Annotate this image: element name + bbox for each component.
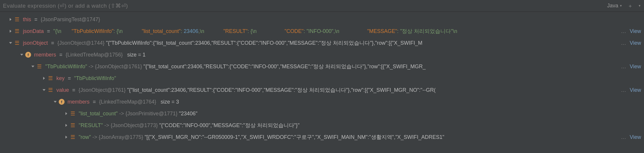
var-name: members (68, 99, 90, 105)
tree-row-jsondata[interactable]: ☰ jsonData = "{\n "TbPublicWifiInfo": {\… (0, 25, 644, 37)
view-link[interactable]: View (628, 64, 644, 70)
expand-arrow-icon[interactable] (63, 124, 70, 127)
view-link[interactable]: View (628, 28, 644, 34)
var-value: "[{"X_SWIFI_MGR_NO":"--GR050009-1","X_SW… (145, 134, 444, 140)
equals: = (47, 28, 50, 34)
equals: = (51, 40, 54, 46)
collapse-arrow-icon[interactable] (18, 53, 25, 56)
expand-arrow-icon[interactable] (7, 29, 14, 33)
expand-arrow-icon[interactable] (63, 135, 70, 139)
var-value: "{"TbPublicWifiInfo":{"list_total_count"… (106, 40, 422, 46)
var-value: "{"list_total_count":23406,"RESULT":{"CO… (127, 87, 436, 93)
struct-icon: ☰ (48, 87, 53, 93)
var-type: {JsonParsingTest@1747} (41, 16, 100, 22)
collapse-arrow-icon[interactable] (52, 100, 59, 104)
equals: = (68, 75, 71, 81)
truncation-ellipsis: … (621, 28, 628, 34)
var-name: value (56, 87, 69, 93)
language-selector[interactable]: Java ▼ (607, 3, 622, 9)
equals: = (59, 52, 63, 58)
field-icon: f (59, 99, 65, 105)
struct-icon: ☰ (48, 75, 53, 81)
struct-icon: ☰ (14, 28, 20, 34)
tree-row-map-entry[interactable]: ☰ "TbPublicWifiInfo" -> {JsonObject@1761… (0, 61, 644, 72)
var-name: key (56, 75, 65, 81)
tree-row-members[interactable]: f members = {LinkedTreeMap@1756} size = … (0, 49, 644, 61)
chevron-down-icon: ▼ (619, 4, 622, 7)
field-icon: f (25, 52, 31, 58)
collapse-arrow-icon[interactable] (29, 65, 36, 68)
tree-row-value[interactable]: ☰ value = {JsonObject@1761} "{"list_tota… (0, 84, 644, 96)
view-link[interactable]: View (628, 87, 644, 93)
map-key: "list_total_count" (79, 111, 118, 117)
var-name: members (34, 52, 56, 58)
var-type: {JsonObject@1744} (58, 40, 104, 46)
struct-icon: ☰ (36, 64, 42, 69)
struct-icon: ☰ (70, 122, 76, 128)
struct-icon: ☰ (14, 16, 20, 22)
var-type: {LinkedTreeMap@1764} (99, 99, 156, 105)
var-size: size = 3 (158, 99, 179, 105)
tree-row-this[interactable]: ☰ this = {JsonParsingTest@1747} (0, 14, 644, 25)
map-key: "row" (79, 134, 91, 140)
var-size: size = 1 (124, 52, 146, 58)
map-key: "RESULT" (79, 122, 103, 128)
var-type: {JsonObject@1761} (79, 87, 126, 93)
truncation-ellipsis: … (621, 40, 628, 46)
expand-arrow-icon[interactable] (63, 112, 70, 115)
var-type: {JsonPrimitive@1771} (125, 111, 177, 117)
var-value: "{"CODE":"INFO-000","MESSAGE":"정상 처리되었습니… (159, 122, 299, 128)
expand-arrow-icon[interactable] (7, 18, 14, 21)
var-name: jsonData (23, 28, 44, 34)
var-name: this (23, 16, 31, 22)
eval-expression-input[interactable]: Evaluate expression (⏎) or add a watch (… (3, 2, 607, 9)
tree-row-jsonobject[interactable]: ☰ jsonObject = {JsonObject@1744} "{"TbPu… (0, 37, 644, 49)
var-value: "23406" (179, 111, 198, 117)
tree-row-members[interactable]: f members = {LinkedTreeMap@1764} size = … (0, 96, 644, 108)
var-type: {JsonObject@1773} (111, 122, 158, 128)
var-type: {JsonArray@1775} (99, 134, 143, 140)
var-type: {JsonObject@1761} (95, 64, 142, 69)
tree-row-map-entry[interactable]: ☰ "RESULT" -> {JsonObject@1773} "{"CODE"… (0, 119, 644, 131)
chevron-down-icon[interactable]: ▼ (638, 4, 641, 7)
var-type: {LinkedTreeMap@1756} (66, 52, 123, 58)
truncation-ellipsis: … (621, 134, 628, 140)
collapse-arrow-icon[interactable] (41, 88, 48, 92)
truncation-ellipsis: … (621, 64, 628, 70)
collapse-arrow-icon[interactable] (7, 41, 14, 45)
view-link[interactable]: View (628, 40, 644, 46)
equals: = (34, 16, 38, 22)
eval-header: Evaluate expression (⏎) or add a watch (… (0, 0, 644, 12)
truncation-ellipsis: … (621, 87, 628, 93)
struct-icon: ☰ (14, 40, 20, 46)
add-watch-icon[interactable]: ＋ (628, 2, 633, 9)
expand-arrow-icon[interactable] (41, 76, 48, 80)
var-value: "{"list_total_count":23406,"RESULT":{"CO… (144, 64, 426, 69)
var-name: jsonObject (23, 40, 48, 46)
equals: = (72, 87, 75, 93)
header-controls: Java ▼ ＋ ▼ (607, 2, 641, 9)
view-link[interactable]: View (628, 134, 644, 140)
equals: = (93, 99, 96, 105)
map-key: "TbPublicWifiInfo" (45, 64, 87, 69)
tree-row-map-entry[interactable]: ☰ "row" -> {JsonArray@1775} "[{"X_SWIFI_… (0, 131, 644, 143)
variables-tree: ☰ this = {JsonParsingTest@1747} ☰ jsonDa… (0, 12, 644, 145)
struct-icon: ☰ (70, 134, 76, 140)
var-value: "TbPublicWifiInfo" (74, 75, 116, 81)
struct-icon: ☰ (70, 111, 76, 117)
language-label: Java (607, 3, 618, 9)
tree-row-key[interactable]: ☰ key = "TbPublicWifiInfo" (0, 72, 644, 84)
tree-row-map-entry[interactable]: ☰ "list_total_count" -> {JsonPrimitive@1… (0, 108, 644, 119)
